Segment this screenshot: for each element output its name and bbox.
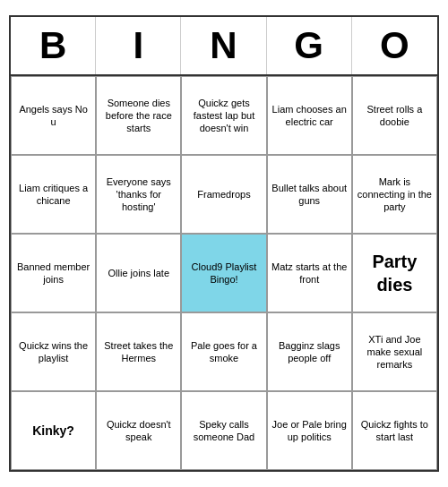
bingo-cell-2[interactable]: Quickz gets fastest lap but doesn't win [181,76,266,155]
bingo-cell-3[interactable]: Liam chooses an electric car [267,76,352,155]
bingo-cell-0[interactable]: Angels says No u [11,76,96,155]
bingo-cell-11[interactable]: Ollie joins late [96,234,181,312]
bingo-grid: Angels says No uSomeone dies before the … [11,76,437,470]
bingo-letter-b: B [11,17,96,74]
bingo-cell-6[interactable]: Everyone says 'thanks for hosting' [96,155,181,234]
bingo-cell-13[interactable]: Matz starts at the front [267,234,352,312]
bingo-cell-23[interactable]: Joe or Pale bring up politics [267,391,352,470]
bingo-cell-1[interactable]: Someone dies before the race starts [96,76,181,155]
bingo-cell-4[interactable]: Street rolls a doobie [352,76,437,155]
bingo-letter-o: O [352,17,437,74]
bingo-cell-22[interactable]: Speky calls someone Dad [181,391,266,470]
bingo-cell-18[interactable]: Bagginz slags people off [267,312,352,391]
bingo-cell-17[interactable]: Pale goes for a smoke [181,312,266,391]
bingo-cell-14[interactable]: Party dies [352,234,437,312]
bingo-letter-i: I [96,17,181,74]
bingo-cell-15[interactable]: Quickz wins the playlist [11,312,96,391]
bingo-letter-g: G [267,17,352,74]
bingo-cell-24[interactable]: Quickz fights to start last [352,391,437,470]
bingo-cell-5[interactable]: Liam critiques a chicane [11,155,96,234]
bingo-cell-20[interactable]: Kinky? [11,391,96,470]
bingo-cell-21[interactable]: Quickz doesn't speak [96,391,181,470]
bingo-cell-8[interactable]: Bullet talks about guns [267,155,352,234]
bingo-cell-10[interactable]: Banned member joins [11,234,96,312]
bingo-cell-16[interactable]: Street takes the Hermes [96,312,181,391]
bingo-letter-n: N [181,17,266,74]
bingo-cell-19[interactable]: XTi and Joe make sexual remarks [352,312,437,391]
bingo-header: BINGO [11,17,437,76]
bingo-cell-12[interactable]: Cloud9 Playlist Bingo! [181,234,266,312]
bingo-cell-9[interactable]: Mark is connecting in the party [352,155,437,234]
bingo-cell-7[interactable]: Framedrops [181,155,266,234]
bingo-card: BINGO Angels says No uSomeone dies befor… [9,15,439,472]
